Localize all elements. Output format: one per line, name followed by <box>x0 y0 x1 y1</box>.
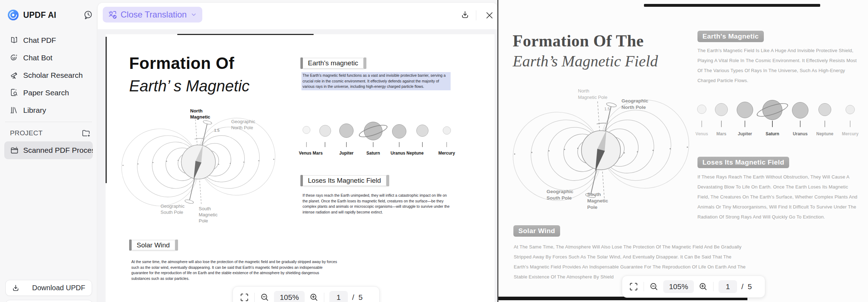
planet-tick <box>701 121 702 127</box>
new-project-folder-plus-icon[interactable] <box>81 129 91 138</box>
section-label-loses-field: Loses Its Magnetic Field <box>303 175 386 186</box>
label-north-magnetic-pole: North Magnetic Pole <box>578 88 607 100</box>
download-updf-button[interactable]: Download UPDF <box>5 280 92 296</box>
planet-label: Venus <box>695 131 708 136</box>
chevron-down-icon <box>190 11 197 18</box>
sidebar-item-label: Library <box>23 106 46 115</box>
label-south-magnetic: South Magnetic Pole <box>587 191 608 211</box>
planet-neptune <box>416 125 428 137</box>
planet-venus <box>697 105 706 114</box>
translate-icon <box>108 10 117 20</box>
zoom-in-icon[interactable] <box>309 292 319 302</box>
planet-tick <box>373 142 374 147</box>
planet-neptune <box>818 103 831 116</box>
planet-tick <box>399 142 400 147</box>
planet-mercury <box>443 126 451 135</box>
viewer-toolbar-right: 105% 1 / 5 <box>622 276 765 298</box>
sidebar-item-library[interactable]: Library <box>0 101 97 119</box>
planet-venus <box>303 126 310 134</box>
planet-uranus <box>792 102 808 119</box>
section-label-solar-wind: Solar Wind <box>131 240 175 250</box>
planet-label: Neptune <box>816 131 833 136</box>
close-translation-button[interactable]: Close Translation <box>103 7 202 22</box>
planet-tick <box>346 142 347 147</box>
planet-tick <box>446 142 447 147</box>
sidebar-item-scholar-research[interactable]: Scholar Research <box>0 66 97 84</box>
label-geographic-south: Geographic South Pole <box>547 188 573 201</box>
badge-loses-field: Loses Its Magnetic Field <box>697 157 789 168</box>
label-geographic-south: Geographic South Pole <box>161 203 184 216</box>
planet-tick <box>306 142 307 147</box>
history-icon[interactable] <box>83 10 93 20</box>
label-axis-angle: 1.5 <box>604 106 610 112</box>
zoom-out-icon[interactable] <box>649 282 659 292</box>
page-total: 5 <box>359 293 363 302</box>
library-books-icon <box>10 106 19 115</box>
scan-artifact-vertical <box>106 37 107 183</box>
sidebar-item-label: Scholar Research <box>23 71 83 80</box>
left-doc-title-line1: Formation Of <box>129 54 234 73</box>
zoom-out-icon[interactable] <box>260 292 270 302</box>
fit-page-icon[interactable] <box>629 282 639 292</box>
planet-tick <box>850 121 851 127</box>
planet-tick <box>772 121 773 127</box>
page-number-input[interactable]: 1 <box>719 280 737 293</box>
label-south-magnetic: South Magnetic Pole <box>199 206 218 224</box>
project-folder-icon <box>10 146 19 155</box>
planet-tick <box>721 121 722 127</box>
zoom-level-value[interactable]: 105% <box>274 291 305 302</box>
planet-mars <box>319 125 331 137</box>
right-doc-title-line2: Earth’s Magnetic Field <box>513 52 658 70</box>
project-item-label: Scanned PDF Proces... <box>23 146 93 155</box>
planet-mars <box>715 103 728 116</box>
updf-logo-icon <box>7 9 19 21</box>
telescope-icon <box>10 71 19 80</box>
paragraph-earths-magnetic-highlighted: The Earth's magnetic field functions as … <box>301 72 451 90</box>
paragraph-solar-wind: At the same time, the atmosphere will al… <box>131 259 338 281</box>
sidebar-item-chat-pdf[interactable]: Chat PDF <box>0 31 97 49</box>
viewer-toolbar-left: 105% 1 / 5 <box>233 286 380 302</box>
planet-tick <box>824 121 825 127</box>
left-doc-title-line2: Earth’ s Magnetic <box>129 77 250 95</box>
sidebar-item-paper-search[interactable]: Paper Search <box>0 84 97 101</box>
project-section-label: PROJECT <box>10 129 81 137</box>
paragraph-loses-field: If These Rays Reach The Earth Without Ob… <box>697 172 860 222</box>
sidebar-nav: Chat PDF Chat Bot <box>0 31 97 119</box>
toolbar-divider <box>644 282 644 291</box>
planet-label: Jupiter <box>738 131 752 136</box>
planet-label: Mars <box>716 131 726 136</box>
planet-label: Venus Mars <box>299 151 323 156</box>
chat-pdf-icon <box>10 36 19 45</box>
label-geographic-north: Geographic North Pole <box>231 119 255 131</box>
topbar-divider <box>476 10 476 20</box>
page-number-input[interactable]: 1 <box>329 291 348 302</box>
toolbar-divider <box>254 293 255 302</box>
brand-title: UPDF AI <box>23 10 56 20</box>
page-total: 5 <box>748 282 752 291</box>
download-updf-label: Download UPDF <box>32 284 85 292</box>
planet-label: Jupiter <box>339 151 354 156</box>
planet-tick <box>745 121 745 127</box>
sidebar-item-chat-bot[interactable]: Chat Bot <box>0 49 97 66</box>
zoom-level-value[interactable]: 105% <box>663 280 694 293</box>
planet-mercury <box>846 105 855 114</box>
close-translation-label: Close Translation <box>121 10 187 20</box>
sidebar-item-label: Chat Bot <box>23 54 52 62</box>
planet-jupiter <box>339 124 354 138</box>
paper-search-icon <box>10 88 19 97</box>
partial-bottom-button[interactable] <box>5 300 93 302</box>
close-icon[interactable] <box>485 11 494 20</box>
chat-bot-icon <box>10 53 19 62</box>
planet-label: Uranus <box>793 131 807 136</box>
toolbar-divider <box>713 282 714 291</box>
zoom-in-icon[interactable] <box>698 282 708 292</box>
project-item-scanned-pdf[interactable]: Scanned PDF Proces... <box>4 141 93 159</box>
label-geographic-north: Geographic North Pole <box>621 98 648 111</box>
planet-tick <box>422 142 423 147</box>
planet-label: Mercury <box>842 131 859 136</box>
sidebar-divider <box>5 122 92 122</box>
export-download-icon[interactable] <box>460 10 470 20</box>
fit-page-icon[interactable] <box>239 292 249 302</box>
project-section-header: PROJECT <box>0 127 97 140</box>
badge-solar-wind: Solar Wind <box>513 225 560 237</box>
